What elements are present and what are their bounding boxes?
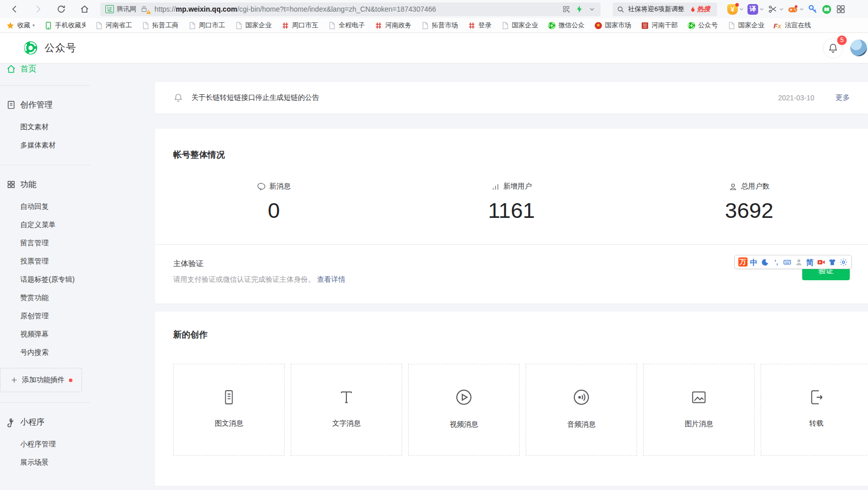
bookmark-item[interactable]: 全程电子 <box>328 21 365 30</box>
bookmark-item[interactable]: 拓普工商 <box>141 21 179 30</box>
bookmark-label: 周口市互 <box>292 21 319 30</box>
sidebar-item-展示场景[interactable]: 展示场景 <box>0 454 90 472</box>
caret-down-icon <box>739 7 744 12</box>
bookmark-item[interactable]: 国家企业 <box>234 21 272 30</box>
browser-search-box[interactable]: 社保将迎6项新调整 热搜 <box>613 3 717 16</box>
sidebar-item-原创管理[interactable]: 原创管理 <box>0 307 90 325</box>
stat-value: 1161 <box>488 198 535 223</box>
sidebar-section-title[interactable]: 创作管理 <box>0 99 90 111</box>
sidebar-item-号内搜索[interactable]: 号内搜索 <box>0 344 90 362</box>
wanneng-logo-icon[interactable]: 万 <box>738 257 747 267</box>
chevron-down-icon[interactable] <box>588 6 596 13</box>
sidebar-item-视频弹幕[interactable]: 视频弹幕 <box>0 325 90 344</box>
bookmark-item[interactable]: 登录 <box>467 21 492 30</box>
chart-icon <box>491 182 500 191</box>
scissors-extension-icon[interactable] <box>768 4 784 14</box>
reader-extension-icon[interactable] <box>821 4 832 15</box>
forward-icon[interactable] <box>30 2 46 17</box>
bookmark-item[interactable]: 国家市场 <box>594 21 632 30</box>
bookmark-item[interactable]: 收藏▾ <box>6 21 35 30</box>
stat-新消息[interactable]: 新消息0 <box>155 182 392 223</box>
soft-keyboard-icon[interactable] <box>782 257 792 267</box>
create-转载-button[interactable]: 转载 <box>761 364 868 456</box>
apps-grid-icon[interactable] <box>836 4 846 14</box>
night-mode-icon[interactable] <box>760 257 770 267</box>
bookmark-item[interactable]: 周口市工 <box>188 21 225 30</box>
create-音频消息-button[interactable]: 音频消息 <box>526 364 637 456</box>
phone-icon <box>44 21 53 30</box>
flash-icon[interactable] <box>575 5 583 13</box>
create-label: 音频消息 <box>567 420 596 429</box>
qr-code-icon[interactable] <box>562 5 570 13</box>
stat-总用户数[interactable]: 总用户数3692 <box>630 182 868 223</box>
sidebar-section-title[interactable]: 小程序 <box>0 416 90 428</box>
gamepad-extension-icon[interactable] <box>787 4 804 15</box>
bookmark-item[interactable]: 河南政务 <box>374 21 412 30</box>
avatar[interactable] <box>850 40 867 56</box>
mp-header: 公众号 5 <box>0 33 868 63</box>
sidebar-item-多媒体素材[interactable]: 多媒体素材 <box>0 136 90 155</box>
back-icon[interactable] <box>7 2 22 17</box>
wechat-icon <box>547 21 556 30</box>
flame-icon <box>689 6 696 13</box>
verify-detail-link[interactable]: 查看详情 <box>317 275 345 283</box>
wallet-extension-icon[interactable]: ¥ <box>727 4 744 15</box>
bookmark-label: 国家市场 <box>605 21 632 30</box>
key-extension-icon[interactable] <box>808 4 818 14</box>
sidebar-item-自定义菜单[interactable]: 自定义菜单 <box>0 216 90 234</box>
sidebar-item-投票管理[interactable]: 投票管理 <box>0 252 90 271</box>
stat-新增用户[interactable]: 新增用户1161 <box>392 182 630 223</box>
user-icon <box>729 182 737 191</box>
punctuation-icon[interactable]: ’, <box>771 257 781 267</box>
sidebar-item-小程序管理[interactable]: 小程序管理 <box>0 435 90 454</box>
announcement-text[interactable]: 关于长链转短链接口停止生成短链的公告 <box>191 93 778 102</box>
page-icon <box>328 21 336 30</box>
create-label: 视频消息 <box>450 420 478 429</box>
apps-grid-icon <box>836 4 846 14</box>
url-text[interactable]: https://mp.weixin.qq.com/cgi-bin/home?t=… <box>154 5 562 13</box>
bookmark-item[interactable]: 国家企业 <box>727 21 765 30</box>
announcement-more-link[interactable]: 更多 <box>836 93 850 102</box>
create-label: 转载 <box>809 419 823 428</box>
bookmark-item[interactable]: 拓普市场 <box>421 21 458 30</box>
sidebar-item-home[interactable]: 首页 <box>0 63 90 75</box>
bookmark-item[interactable]: 微信公众 <box>547 21 585 30</box>
hot-search-badge[interactable]: 热搜 <box>689 5 710 14</box>
screen-capture-icon[interactable] <box>816 257 826 267</box>
create-图文消息-button[interactable]: 图文消息 <box>173 364 285 456</box>
sidebar-item-自动回复[interactable]: 自动回复 <box>0 198 90 216</box>
skin-icon[interactable] <box>827 257 837 267</box>
bookmark-item[interactable]: 周口市互 <box>281 21 319 30</box>
simplified-icon[interactable]: 简 <box>805 257 815 267</box>
sidebar-item-图文素材[interactable]: 图文素材 <box>0 118 90 136</box>
add-plugin-button[interactable]: 添加功能插件 <box>0 368 82 392</box>
home-nav-icon[interactable] <box>77 2 92 17</box>
seal-icon <box>641 21 649 30</box>
account-icon[interactable] <box>794 257 804 267</box>
create-图片消息-button[interactable]: 图片消息 <box>643 364 755 456</box>
settings-icon[interactable] <box>839 257 848 267</box>
sidebar-item-赞赏功能[interactable]: 赞赏功能 <box>0 289 90 307</box>
page-icon <box>95 21 103 30</box>
bookmark-item[interactable]: 河南省工 <box>95 21 132 30</box>
bookmark-item[interactable]: 公众号 <box>687 21 718 30</box>
address-bar[interactable]: 证 腾讯网 https://mp.weixin.qq.com/cgi-bin/h… <box>100 3 601 16</box>
translate-extension-icon[interactable]: 译 <box>747 4 764 15</box>
chinese-mode-icon[interactable]: 中 <box>749 257 759 267</box>
sidebar-item-label: 首页 <box>20 64 36 74</box>
reload-icon[interactable] <box>54 2 69 17</box>
sidebar-item-话题标签(原专辑)[interactable]: 话题标签(原专辑) <box>0 271 90 289</box>
bookmark-item[interactable]: 河南干部 <box>641 21 678 30</box>
create-视频消息-button[interactable]: 视频消息 <box>408 364 520 456</box>
create-文字消息-button[interactable]: 文字消息 <box>291 364 402 456</box>
notification-bell-icon[interactable]: 5 <box>823 38 843 58</box>
lock-warning-icon[interactable] <box>140 5 150 14</box>
sidebar-item-留言管理[interactable]: 留言管理 <box>0 234 90 252</box>
stat-label-text: 总用户数 <box>741 182 769 191</box>
grid-icon <box>6 179 16 190</box>
bookmark-item[interactable]: 手机收藏夹 <box>44 21 86 30</box>
sidebar-section-title[interactable]: 功能 <box>0 178 90 191</box>
bookmark-item[interactable]: 国家企业 <box>501 21 538 30</box>
bookmark-item[interactable]: Fx法宣在线 <box>774 21 811 30</box>
extensions-area: ¥译 <box>727 4 846 15</box>
